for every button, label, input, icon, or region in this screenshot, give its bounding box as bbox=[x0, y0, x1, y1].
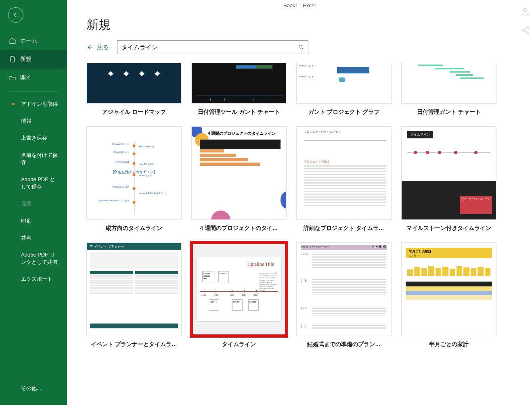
nav-open-label: 開く bbox=[20, 74, 31, 81]
template-caption: 4 週間のプロジェクトのタイ… bbox=[191, 225, 287, 232]
template-caption: 半月ごとの家計 bbox=[401, 341, 496, 348]
main-content: Book1 - Excel 新規 戻る アジャイル ロードマップ bbox=[67, 0, 532, 405]
nav-get-addins[interactable]: アドインを取得 bbox=[0, 96, 67, 113]
back-button[interactable] bbox=[8, 7, 23, 23]
template-card-gantt-graph[interactable]: アクティビティ アクティビティ ガント プロジェクト グラフ bbox=[296, 63, 392, 116]
template-caption: 結婚式までの準備のプラン… bbox=[296, 341, 392, 348]
nav-share[interactable]: 共有 bbox=[0, 230, 67, 246]
arrow-left-icon bbox=[12, 11, 19, 19]
template-caption: 日付管理ツール ガント チャート bbox=[191, 109, 287, 116]
nav-export[interactable]: エクスポート bbox=[0, 271, 67, 288]
backstage-sidebar: ホーム 新規 開く アドインを取得 情報 上書き保存 名前を付けて保存 Adob… bbox=[0, 0, 67, 405]
nav-save-pdf[interactable]: Adobe PDF として保存 bbox=[0, 171, 67, 195]
nav-print[interactable]: 印刷 bbox=[0, 213, 67, 230]
template-caption: マイルストーン付きタイムライン bbox=[401, 225, 496, 232]
nav-new[interactable]: 新規 bbox=[0, 50, 67, 69]
home-icon bbox=[9, 37, 16, 44]
back-link[interactable]: 戻る bbox=[86, 44, 109, 51]
template-grid: アジャイル ロードマップ 日付管理ツール ガント チャート アクティビティ アク… bbox=[67, 63, 532, 348]
template-card-gantt-tool[interactable]: 日付管理ツール ガント チャート bbox=[191, 63, 287, 116]
template-thumb bbox=[401, 63, 496, 104]
template-caption: タイムライン bbox=[191, 341, 287, 348]
arrow-left-icon bbox=[86, 44, 94, 50]
template-caption: 詳細なプロジェクト タイムラ… bbox=[296, 225, 392, 232]
template-thumb: アクティビティ アクティビティ bbox=[296, 63, 392, 104]
svg-point-2 bbox=[527, 27, 529, 29]
template-card-vertical-timeline[interactable]: [タイムラインのタイトル] Windows 10 リース Xbox One 数十… bbox=[86, 126, 182, 232]
template-thumb: タイムライン プロジェクト タイムラインのヒント bbox=[401, 126, 496, 220]
search-button[interactable] bbox=[294, 41, 308, 54]
template-caption: 日付管理ガント チャート bbox=[401, 109, 496, 116]
nav-save[interactable]: 上書き保存 bbox=[0, 129, 67, 146]
nav-open[interactable]: 開く bbox=[0, 69, 67, 87]
template-card-detailed-timeline[interactable]: プロジェクトのタイムライン プロジェクトの詳細 詳細なプロジェクト タイムラ… bbox=[296, 126, 392, 232]
template-thumb bbox=[191, 63, 287, 104]
nav-save-as[interactable]: 名前を付けて保存 bbox=[0, 147, 67, 171]
page-title: 新規 bbox=[67, 11, 532, 40]
template-thumb: 4 週間のプロジェクトのタイムライン bbox=[191, 126, 287, 220]
svg-point-0 bbox=[524, 8, 527, 12]
nav-info[interactable]: 情報 bbox=[0, 113, 67, 129]
template-thumb: ☰イベント プランナー bbox=[86, 242, 182, 336]
nav-home[interactable]: ホーム bbox=[0, 31, 67, 50]
share-controls bbox=[519, 6, 531, 39]
template-caption: アジャイル ロードマップ bbox=[86, 109, 182, 116]
nav-new-label: 新規 bbox=[20, 56, 31, 63]
template-card-gantt-chart[interactable]: 日付管理ガント チャート bbox=[401, 63, 496, 116]
document-icon bbox=[9, 56, 16, 63]
template-thumb: 結婚式までの準備のプランナー ✦ ♥ ❀ ✿ 9 - 12 6 - 9 4 - … bbox=[296, 242, 392, 336]
template-card-semimonthly-budget[interactable]: 半月ごとの家計 12 月： 半月ごとの家計 bbox=[401, 242, 496, 348]
template-card-wedding-planner[interactable]: 結婚式までの準備のプランナー ✦ ♥ ❀ ✿ 9 - 12 6 - 9 4 - … bbox=[296, 242, 392, 348]
svg-point-1 bbox=[522, 29, 524, 31]
search-box bbox=[117, 40, 308, 54]
template-card-agile-roadmap[interactable]: アジャイル ロードマップ bbox=[86, 63, 182, 116]
template-thumb: 半月ごとの家計 12 月： bbox=[401, 242, 496, 336]
template-card-event-planner[interactable]: ☰イベント プランナー イベント プランナーとタイムラ… bbox=[86, 242, 182, 348]
nav-divider bbox=[9, 91, 58, 92]
search-icon bbox=[298, 44, 304, 50]
template-card-4week-timeline[interactable]: 4 週間のプロジェクトのタイムライン 4 週間のプロジェクトのタイ… bbox=[191, 126, 287, 232]
svg-point-4 bbox=[299, 45, 302, 48]
template-thumb: [タイムラインのタイトル] Windows 10 リース Xbox One 数十… bbox=[86, 126, 182, 220]
share-icon bbox=[520, 25, 530, 35]
back-link-label: 戻る bbox=[97, 44, 109, 51]
window-title: Book1 - Excel bbox=[67, 0, 532, 11]
template-caption: ガント プロジェクト グラフ bbox=[296, 109, 392, 116]
template-caption: イベント プランナーとタイムラ… bbox=[86, 341, 182, 348]
template-caption: 縦方向のタイムライン bbox=[86, 225, 182, 232]
template-thumb: Timeline Title Click to replace text Eve… bbox=[191, 242, 287, 336]
template-card-timeline[interactable]: Timeline Title Click to replace text Eve… bbox=[191, 242, 287, 348]
nav-home-label: ホーム bbox=[20, 37, 37, 44]
template-thumb: プロジェクトのタイムライン プロジェクトの詳細 bbox=[296, 126, 392, 220]
nav-history: 履歴 bbox=[0, 195, 67, 212]
svg-point-3 bbox=[527, 32, 529, 34]
template-thumb bbox=[86, 63, 182, 104]
search-input[interactable] bbox=[117, 44, 294, 51]
nav-more[interactable]: その他... bbox=[0, 380, 67, 397]
folder-open-icon bbox=[9, 74, 16, 81]
user-silhouette-icon bbox=[520, 6, 530, 17]
nav-share-pdf-link[interactable]: Adobe PDF リンクとして共有 bbox=[0, 246, 67, 271]
template-card-milestone-timeline[interactable]: タイムライン プロジェクト タイムラインのヒント マイルストーン付きタイムライン bbox=[401, 126, 496, 232]
